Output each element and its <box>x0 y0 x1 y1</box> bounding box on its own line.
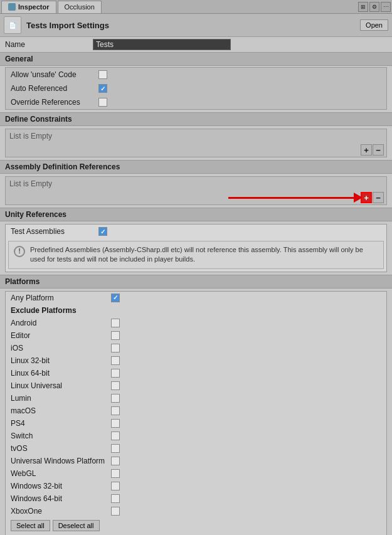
platform-label-11: Universal Windows Platform <box>11 457 111 465</box>
assembly-refs-controls: + − <box>6 191 386 204</box>
define-constraints-section: List is Empty + − <box>5 129 387 157</box>
platform-label-7: macOS <box>11 406 111 415</box>
platform-row-8: PS4 <box>6 417 386 430</box>
general-field-cb-2[interactable] <box>98 98 107 107</box>
platform-cb-7[interactable] <box>111 406 120 415</box>
general-field-row-2: Override References <box>6 95 386 109</box>
define-constraints-controls: + − <box>6 143 386 157</box>
open-button[interactable]: Open <box>360 19 388 31</box>
general-field-row-1: Auto Referenced <box>6 82 386 95</box>
warning-icon: ! <box>14 246 25 257</box>
platform-row-4: Linux 64-bit <box>6 367 386 379</box>
platform-label-0: Android <box>11 319 111 327</box>
tab-bar: Inspector Occlusion ⊞ ⚙ ⋯ <box>0 0 392 14</box>
general-field-cb-wrapper-1 <box>98 84 107 93</box>
general-header: General <box>0 52 392 66</box>
platform-cb-14[interactable] <box>111 494 120 503</box>
test-assemblies-label: Test Assemblies <box>11 227 98 236</box>
platform-label-15: XboxOne <box>11 507 111 516</box>
tab-inspector-label: Inspector <box>18 3 50 11</box>
tab-inspector[interactable]: Inspector <box>1 1 56 13</box>
platform-label-8: PS4 <box>11 419 111 428</box>
panel-header: 📄 Tests Import Settings Open <box>0 14 392 37</box>
platform-cb-15[interactable] <box>111 507 120 516</box>
platform-label-10: tvOS <box>11 444 111 453</box>
platform-row-10: tvOS <box>6 442 386 455</box>
platform-cb-9[interactable] <box>111 432 120 440</box>
window-controls: ⊞ ⚙ ⋯ <box>358 2 391 12</box>
platform-cb-0[interactable] <box>111 319 120 327</box>
general-field-cb-0[interactable] <box>98 70 107 79</box>
test-assemblies-checkbox[interactable] <box>98 227 107 236</box>
platform-cb-5[interactable] <box>111 381 120 390</box>
platform-label-12: WebGL <box>11 469 111 478</box>
arrow-line <box>228 197 354 199</box>
assembly-refs-remove[interactable]: − <box>373 192 384 203</box>
platform-row-13: Windows 32-bit <box>6 480 386 492</box>
platforms-header: Platforms <box>0 275 392 289</box>
platform-row-5: Linux Universal <box>6 379 386 392</box>
red-arrow <box>228 193 363 203</box>
platform-label-5: Linux Universal <box>11 381 111 390</box>
platform-items: Android Editor iOS Linux 32-bit Linux 64… <box>6 317 386 517</box>
define-constraints-remove[interactable]: − <box>373 144 384 156</box>
select-all-button[interactable]: Select all <box>11 520 50 531</box>
general-field-label-0: Allow 'unsafe' Code <box>11 70 98 79</box>
platforms-section: Any Platform Exclude Platforms Android E… <box>5 291 387 535</box>
panel-icon: 📄 <box>4 16 21 34</box>
window-btn-2[interactable]: ⚙ <box>369 2 379 12</box>
general-field-cb-wrapper-2 <box>98 98 107 107</box>
platform-row-2: iOS <box>6 342 386 354</box>
platform-cb-11[interactable] <box>111 457 120 465</box>
window-btn-3[interactable]: ⋯ <box>381 2 391 12</box>
assembly-refs-header: Assembly Definition References <box>0 160 392 174</box>
assembly-refs-add[interactable]: + <box>361 192 372 203</box>
general-section: Allow 'unsafe' Code Auto Referenced Over… <box>5 67 387 110</box>
unity-refs-section: Test Assemblies ! Predefined Assemblies … <box>5 224 387 272</box>
platform-row-6: Lumin <box>6 392 386 405</box>
platform-cb-6[interactable] <box>111 394 120 403</box>
platform-row-3: Linux 32-bit <box>6 354 386 367</box>
platform-cb-3[interactable] <box>111 356 120 365</box>
content-area: Name General Allow 'unsafe' Code Auto Re… <box>0 37 392 535</box>
test-assemblies-row: Test Assemblies <box>6 225 386 238</box>
warning-text: Predefined Assemblies (Assembly-CSharp.d… <box>30 245 378 265</box>
platform-cb-4[interactable] <box>111 369 120 378</box>
platform-cb-12[interactable] <box>111 469 120 478</box>
platform-cb-8[interactable] <box>111 419 120 428</box>
platform-label-2: iOS <box>11 344 111 352</box>
platform-label-13: Windows 32-bit <box>11 482 111 490</box>
platform-label-9: Switch <box>11 432 111 440</box>
name-input[interactable] <box>93 39 231 50</box>
assembly-refs-section: List is Empty + − <box>5 176 387 205</box>
name-row: Name <box>0 37 392 52</box>
define-constraints-add[interactable]: + <box>361 144 372 156</box>
tab-occlusion[interactable]: Occlusion <box>58 1 102 13</box>
platform-row-14: Windows 64-bit <box>6 492 386 505</box>
platform-cb-13[interactable] <box>111 482 120 490</box>
platform-row-1: Editor <box>6 329 386 342</box>
any-platform-label: Any Platform <box>11 294 111 302</box>
general-field-label-2: Override References <box>11 98 98 107</box>
select-bar: Select all Deselect all <box>6 517 386 534</box>
platform-row-7: macOS <box>6 405 386 417</box>
platform-label-6: Lumin <box>11 394 111 403</box>
general-field-cb-1[interactable] <box>98 84 107 93</box>
general-field-row-0: Allow 'unsafe' Code <box>6 68 386 82</box>
any-platform-checkbox[interactable] <box>111 294 120 302</box>
general-fields: Allow 'unsafe' Code Auto Referenced Over… <box>6 68 386 109</box>
window-btn-1[interactable]: ⊞ <box>358 2 368 12</box>
assembly-refs-empty: List is Empty <box>6 177 386 191</box>
platform-cb-10[interactable] <box>111 444 120 453</box>
name-label: Name <box>5 40 93 49</box>
unity-refs-header: Unity References <box>0 208 392 221</box>
platform-cb-1[interactable] <box>111 331 120 340</box>
platform-label-1: Editor <box>11 331 111 340</box>
inspector-icon <box>8 3 16 11</box>
test-assemblies-cb-wrapper <box>98 227 107 236</box>
panel-title: Tests Import Settings <box>26 21 355 30</box>
platform-label-14: Windows 64-bit <box>11 494 111 503</box>
deselect-all-button[interactable]: Deselect all <box>53 520 100 531</box>
warning-box: ! Predefined Assemblies (Assembly-CSharp… <box>8 241 384 269</box>
platform-cb-2[interactable] <box>111 344 120 352</box>
